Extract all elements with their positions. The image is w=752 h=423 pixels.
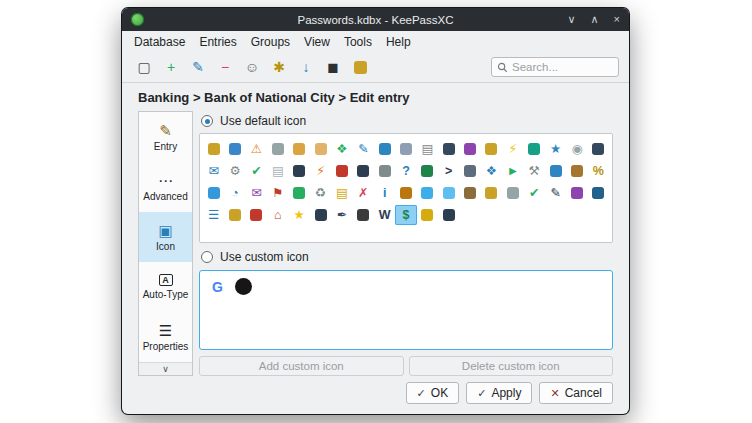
default-icon-world-star[interactable]: ★ xyxy=(545,139,566,159)
menu-item-entries[interactable]: Entries xyxy=(192,33,243,51)
default-icon-box[interactable]: ⚠❖✎▤⚡★◉✉⚙✔▤⚡?>❖►⚒%◔✉⚑♻▤✗i✔✎☰⌂★✒W$ xyxy=(199,133,613,243)
default-icon-thumbnail[interactable] xyxy=(566,183,587,203)
default-icon-apple[interactable] xyxy=(353,205,374,225)
delete-entry-button[interactable]: − xyxy=(213,55,237,79)
default-icon-paper-question[interactable]: ? xyxy=(395,161,416,181)
sidebar-item-entry[interactable]: ✎Entry xyxy=(139,112,192,162)
default-icon-energy-careful[interactable]: ⚡ xyxy=(310,161,331,181)
default-icon-checked[interactable]: ✔ xyxy=(524,183,545,203)
default-icon-clock[interactable]: ◔ xyxy=(224,183,245,203)
default-icon-drive-windows[interactable] xyxy=(203,183,224,203)
default-icon-ir-communication[interactable] xyxy=(459,139,480,159)
download-favicon-button[interactable]: ↓ xyxy=(294,55,318,79)
default-icon-clipboard-ready[interactable]: ✔ xyxy=(246,161,267,181)
delete-custom-icon-button[interactable]: Delete custom icon xyxy=(409,356,614,376)
menu-item-tools[interactable]: Tools xyxy=(337,33,379,51)
minimize-icon[interactable]: ∨ xyxy=(567,14,575,25)
default-icon-digicam[interactable] xyxy=(438,139,459,159)
menu-item-groups[interactable]: Groups xyxy=(244,33,297,51)
default-icon-world-socket[interactable] xyxy=(374,139,395,159)
default-icon-program-icons[interactable]: ❖ xyxy=(481,161,502,181)
edit-entry-button[interactable]: ✎ xyxy=(186,55,210,79)
default-icon-email-search[interactable]: ✉ xyxy=(246,183,267,203)
default-icon-monitor[interactable] xyxy=(588,139,609,159)
default-icon-warning[interactable]: ⚠ xyxy=(246,139,267,159)
default-icon-feather[interactable]: ✒ xyxy=(331,205,352,225)
default-icon-user-communication[interactable] xyxy=(310,139,331,159)
add-entry-button[interactable]: + xyxy=(159,55,183,79)
default-icon-folder-open[interactable] xyxy=(438,183,459,203)
default-icon-network-server[interactable] xyxy=(267,139,288,159)
default-icon-energy[interactable]: ⚡ xyxy=(502,139,523,159)
default-icon-world[interactable] xyxy=(224,139,245,159)
cancel-button[interactable]: ✕ Cancel xyxy=(539,382,613,404)
copy-password-button[interactable]: ✱ xyxy=(267,55,291,79)
default-icon-homebanking[interactable]: % xyxy=(588,161,609,181)
new-entry-button[interactable]: ▢ xyxy=(132,55,156,79)
default-icon-email-box[interactable] xyxy=(331,161,352,181)
search-box[interactable] xyxy=(491,57,619,77)
default-icon-folder-package[interactable] xyxy=(459,183,480,203)
default-icon-paper-locked[interactable] xyxy=(502,183,523,203)
default-icon-user-key[interactable] xyxy=(224,205,245,225)
default-icon-note[interactable]: ▤ xyxy=(331,183,352,203)
use-default-icon-radio[interactable] xyxy=(201,115,213,127)
default-icon-memory[interactable] xyxy=(288,183,309,203)
ok-button[interactable]: ✓ OK xyxy=(406,382,460,404)
github-custom-icon[interactable] xyxy=(235,278,252,295)
default-icon-identity[interactable] xyxy=(395,139,416,159)
default-icon-package[interactable] xyxy=(395,183,416,203)
default-icon-folder[interactable] xyxy=(417,183,438,203)
default-icon-trash-bin[interactable]: ♻ xyxy=(310,183,331,203)
default-icon-list[interactable]: ☰ xyxy=(203,205,224,225)
default-icon-email[interactable]: ✉ xyxy=(203,161,224,181)
default-icon-star[interactable]: ★ xyxy=(288,205,309,225)
default-icon-paper-ready[interactable]: ▤ xyxy=(417,139,438,159)
default-icon-home[interactable]: ⌂ xyxy=(267,205,288,225)
default-icon-drive[interactable] xyxy=(374,161,395,181)
default-icon-expired[interactable]: ✗ xyxy=(353,183,374,203)
default-icon-configuration[interactable]: ⚙ xyxy=(224,161,245,181)
custom-icon-box[interactable]: G xyxy=(199,270,613,350)
default-icon-marked-directory[interactable] xyxy=(288,139,309,159)
default-icon-parts[interactable]: ❖ xyxy=(331,139,352,159)
default-icon-pen[interactable]: ✎ xyxy=(545,183,566,203)
add-custom-icon-button[interactable]: Add custom icon xyxy=(199,356,404,376)
default-icon-disk[interactable] xyxy=(353,161,374,181)
default-icon-archive[interactable] xyxy=(566,161,587,181)
default-icon-notepad[interactable]: ✎ xyxy=(353,139,374,159)
close-icon[interactable]: × xyxy=(614,14,620,25)
default-icon-money[interactable]: $ xyxy=(395,205,416,225)
sidebar-scroll-down[interactable]: ∨ xyxy=(139,362,192,375)
default-icon-scanner[interactable] xyxy=(524,139,545,159)
default-icon-settings[interactable]: ⚒ xyxy=(524,161,545,181)
menu-item-view[interactable]: View xyxy=(297,33,337,51)
lock-database-button[interactable] xyxy=(348,55,372,79)
default-icon-run[interactable]: ► xyxy=(502,161,523,181)
default-icon-cdrom[interactable]: ◉ xyxy=(566,139,587,159)
default-icon-tool[interactable] xyxy=(246,205,267,225)
copy-username-button[interactable]: ☺ xyxy=(240,55,264,79)
default-icon-tux[interactable] xyxy=(310,205,331,225)
default-icon-wiki[interactable]: W xyxy=(374,205,395,225)
default-icon-paper-new[interactable]: ▤ xyxy=(267,161,288,181)
menu-item-database[interactable]: Database xyxy=(127,33,192,51)
database-settings-button[interactable]: ◼ xyxy=(321,55,345,79)
maximize-icon[interactable]: ∧ xyxy=(591,14,599,25)
default-icon-info[interactable]: i xyxy=(374,183,395,203)
sidebar-item-icon[interactable]: ▣Icon xyxy=(139,212,192,262)
default-icon-multi-keys[interactable] xyxy=(481,139,502,159)
default-icon-world-computer[interactable] xyxy=(545,161,566,181)
apply-button[interactable]: ✓ Apply xyxy=(466,382,532,404)
default-icon-printer[interactable] xyxy=(459,161,480,181)
sidebar-item-auto-type[interactable]: AAuto-Type xyxy=(139,262,192,312)
default-icon-paper-flag[interactable]: ⚑ xyxy=(267,183,288,203)
default-icon-certificate[interactable] xyxy=(417,205,438,225)
default-icon-terminal-encrypted[interactable] xyxy=(417,161,438,181)
default-icon-lock-open[interactable] xyxy=(481,183,502,203)
default-icon-screen[interactable] xyxy=(288,161,309,181)
google-custom-icon[interactable]: G xyxy=(209,278,226,295)
sidebar-item-properties[interactable]: ☰Properties xyxy=(139,312,192,362)
default-icon-book[interactable] xyxy=(588,183,609,203)
search-input[interactable] xyxy=(512,61,613,73)
